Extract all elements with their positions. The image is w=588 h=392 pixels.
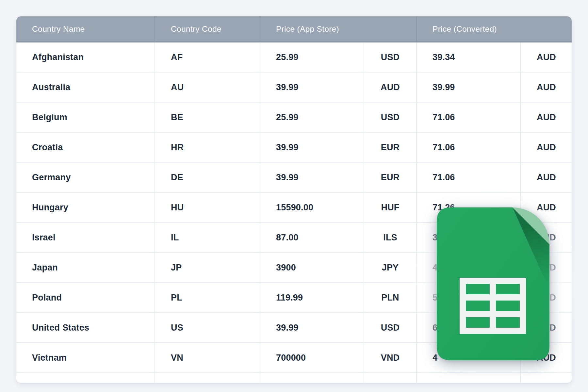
col-header-price-converted: Price (Converted)	[416, 16, 572, 41]
country-cell: Australia	[16, 73, 155, 102]
price-currency-cell: ILS	[364, 223, 416, 252]
converted-cell: 71.06	[416, 163, 520, 192]
table-header-row: Country Name Country Code Price (App Sto…	[16, 16, 572, 42]
price-currency-cell: HUF	[364, 193, 416, 222]
converted-currency-cell	[520, 373, 572, 383]
code-cell: PL	[155, 283, 260, 312]
code-cell: US	[155, 313, 260, 342]
code-cell: HU	[155, 193, 260, 222]
converted-cell: 71.06	[416, 103, 520, 132]
country-cell: Israel	[16, 223, 155, 252]
price-currency-cell: EUR	[364, 133, 416, 162]
code-cell: AU	[155, 73, 260, 102]
country-cell: United States	[16, 313, 155, 342]
code-cell: IL	[155, 223, 260, 252]
price-cell: 15590.00	[260, 193, 364, 222]
price-cell: 119.99	[260, 283, 364, 312]
google-sheets-icon-graphic	[437, 207, 549, 360]
table-row: Afghanistan AF 25.99 USD 39.34 AUD	[16, 42, 572, 72]
col-header-price-app-store: Price (App Store)	[260, 16, 416, 41]
converted-cell	[416, 373, 520, 383]
table-row: Croatia HR 39.99 EUR 71.06 AUD	[16, 132, 572, 162]
code-cell: JP	[155, 253, 260, 282]
table-row: Germany DE 39.99 EUR 71.06 AUD	[16, 162, 572, 192]
col-header-country-code: Country Code	[155, 16, 260, 41]
price-currency-cell: VND	[364, 343, 416, 372]
code-cell: VN	[155, 343, 260, 372]
code-cell: BE	[155, 103, 260, 132]
country-cell: Belgium	[16, 103, 155, 132]
price-currency-cell: AUD	[364, 73, 416, 102]
code-cell: HR	[155, 133, 260, 162]
country-cell: Afghanistan	[16, 42, 155, 72]
code-cell	[155, 373, 260, 383]
price-cell: 25.99	[260, 42, 364, 72]
converted-cell: 39.99	[416, 73, 520, 102]
col-header-country-name: Country Name	[16, 16, 155, 41]
converted-cell: 39.34	[416, 42, 520, 72]
country-cell: Germany	[16, 163, 155, 192]
code-cell: AF	[155, 42, 260, 72]
converted-currency-cell: AUD	[520, 133, 572, 162]
price-cell: 39.99	[260, 73, 364, 102]
table-row: Australia AU 39.99 AUD 39.99 AUD	[16, 72, 572, 102]
converted-currency-cell: AUD	[520, 103, 572, 132]
converted-cell: 71.06	[416, 133, 520, 162]
price-cell: 3900	[260, 253, 364, 282]
google-sheets-icon	[437, 207, 549, 360]
price-currency-cell: PLN	[364, 283, 416, 312]
country-cell: Japan	[16, 253, 155, 282]
price-cell: 39.99	[260, 133, 364, 162]
price-currency-cell: JPY	[364, 253, 416, 282]
price-cell: 25.99	[260, 103, 364, 132]
country-cell: Vietnam	[16, 343, 155, 372]
price-currency-cell: USD	[364, 313, 416, 342]
table-row-partial-empty	[16, 372, 572, 383]
table-row: Belgium BE 25.99 USD 71.06 AUD	[16, 102, 572, 132]
price-cell: 39.99	[260, 313, 364, 342]
converted-currency-cell: AUD	[520, 163, 572, 192]
price-cell: 87.00	[260, 223, 364, 252]
country-cell	[16, 373, 155, 383]
price-currency-cell: USD	[364, 103, 416, 132]
price-cell	[260, 373, 364, 383]
price-cell: 700000	[260, 343, 364, 372]
converted-currency-cell: AUD	[520, 42, 572, 72]
price-currency-cell: USD	[364, 42, 416, 72]
code-cell: DE	[155, 163, 260, 192]
country-cell: Croatia	[16, 133, 155, 162]
price-currency-cell: EUR	[364, 163, 416, 192]
price-currency-cell	[364, 373, 416, 383]
country-cell: Hungary	[16, 193, 155, 222]
country-cell: Poland	[16, 283, 155, 312]
converted-currency-cell: AUD	[520, 73, 572, 102]
price-cell: 39.99	[260, 163, 364, 192]
